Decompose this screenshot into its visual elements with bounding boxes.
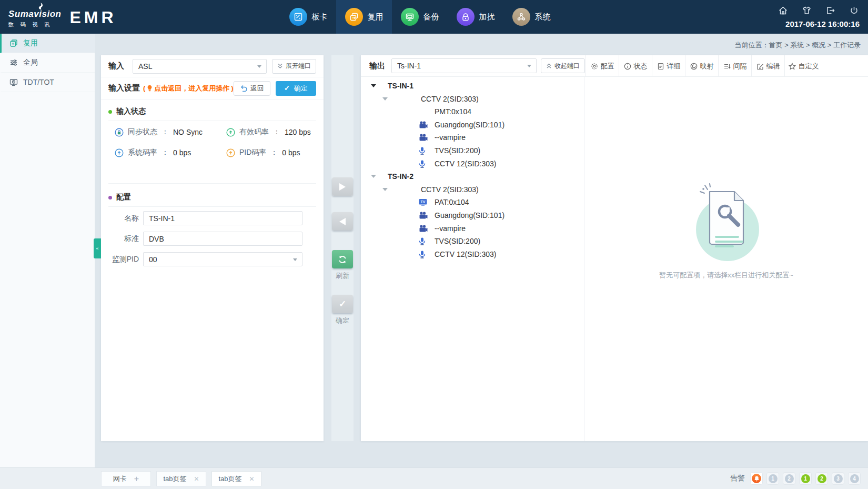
tool-label: 详细	[667, 62, 681, 71]
colon: ：	[273, 127, 280, 137]
footer-tab-generic-active[interactable]: tab页签 ✕	[211, 471, 261, 486]
move-left-button[interactable]	[332, 212, 353, 231]
tool-custom[interactable]: 自定义	[784, 55, 822, 77]
move-right-button[interactable]	[332, 177, 353, 196]
alarm-label: 告警	[730, 474, 745, 483]
nav-tab-system[interactable]: 系统	[503, 0, 559, 34]
tree-node-audio[interactable]: TVS(SID:200)	[361, 235, 584, 248]
sidebar-item-global[interactable]: 全局	[0, 53, 95, 73]
config-section-title: 配置	[116, 193, 131, 202]
tool-status[interactable]: 状态	[619, 55, 652, 77]
tree-node-ts-in-1[interactable]: TS-IN-1	[361, 79, 584, 93]
tool-edit[interactable]: 编辑	[751, 55, 784, 77]
tree-node-ts-in-2[interactable]: TS-IN-2	[361, 170, 584, 183]
sidebar: 复用 全局 TDT/TOT	[0, 34, 95, 467]
status-label: 有效码率	[239, 127, 269, 137]
alarm-level-badge[interactable]: 1	[766, 472, 779, 485]
alarm-level-badge[interactable]: 2	[815, 472, 828, 485]
close-icon[interactable]: ✕	[249, 475, 255, 483]
logout-icon[interactable]	[825, 5, 836, 16]
tree-label: TS-IN-1	[388, 82, 413, 90]
apply-button[interactable]: ✓	[332, 295, 353, 313]
alarm-level-badge[interactable]: 1	[799, 472, 812, 485]
alarm-level-badge[interactable]: 3	[832, 472, 844, 485]
video-camera-icon	[419, 212, 428, 221]
tree-node-audio[interactable]: TVS(SID:200)	[361, 144, 584, 157]
nav-tab-mux[interactable]: 复用	[336, 0, 392, 34]
standard-field-label: 标准	[101, 234, 139, 244]
add-icon[interactable]: +	[134, 475, 139, 483]
gear-icon	[591, 63, 598, 70]
close-icon[interactable]: ✕	[194, 475, 199, 483]
tool-detail[interactable]: 详细	[652, 55, 685, 77]
tree-node-program[interactable]: CCTV 2(SID:303)	[361, 93, 584, 106]
tree-node-pmt[interactable]: PMT:0x104	[361, 105, 584, 118]
tool-mapping[interactable]: 映射	[685, 55, 718, 77]
edit-icon	[756, 63, 764, 70]
alarm-level-badge[interactable]: 2	[783, 472, 795, 485]
refresh-label: 刷新	[331, 271, 354, 281]
expand-ports-button[interactable]: 展开端口	[272, 59, 316, 74]
footer-tab-generic[interactable]: tab页签 ✕	[156, 471, 206, 486]
expander-icon[interactable]	[371, 84, 376, 87]
tree-label: Guangdong(SID:101)	[435, 211, 504, 219]
input-title: 输入	[108, 61, 133, 71]
alarm-area: 告警 1 2 1 2 3 4	[730, 472, 861, 485]
badge-number: 1	[769, 474, 778, 483]
tree-node-audio[interactable]: CCTV 12(SID:303)	[361, 248, 584, 261]
status-grid: 同步状态： NO Sync 有效码率： 120 bps 系统码率： 0 bps	[115, 126, 318, 158]
status-label: PID码率	[239, 148, 266, 157]
system-icon	[512, 8, 530, 26]
nav-tab-backup[interactable]: 备份	[392, 0, 448, 34]
tree-node-video[interactable]: --vampire	[361, 222, 584, 235]
tree-node-program[interactable]: CCTV 2(SID:303)	[361, 183, 584, 196]
effective-rate-icon	[226, 128, 235, 137]
tree-node-audio[interactable]: CCTV 12(SID:303)	[361, 157, 584, 171]
name-input[interactable]: TS-IN-1	[143, 211, 302, 225]
sync-status-icon	[115, 128, 124, 137]
info-icon	[624, 63, 631, 70]
tree-node-video[interactable]: --vampire	[361, 131, 584, 144]
footer-tab-nic[interactable]: 网卡 +	[101, 471, 151, 486]
tree-label: PAT:0x104	[435, 198, 469, 206]
panel-collapse-handle[interactable]: «	[94, 238, 101, 258]
nav-tab-label: 加扰	[479, 12, 495, 22]
input-port-select[interactable]: ASL	[133, 59, 267, 74]
alarm-level-badge[interactable]: 4	[848, 472, 861, 485]
standard-input[interactable]: DVB	[143, 232, 302, 246]
sidebar-item-mux[interactable]: 复用	[0, 34, 95, 53]
input-port-value: ASL	[138, 62, 152, 71]
tool-config[interactable]: 配置	[586, 55, 619, 77]
status-label: 同步状态	[128, 127, 157, 137]
refresh-button[interactable]	[332, 250, 353, 268]
expander-icon[interactable]	[371, 175, 376, 178]
expander-icon[interactable]	[382, 97, 388, 101]
alarm-bell-button[interactable]	[750, 472, 763, 485]
output-header: 输出 Ts-IN-1 收起端口 配置 状态	[361, 55, 868, 77]
tree-node-video[interactable]: Guangdong(SID:101)	[361, 118, 584, 132]
tree-node-video[interactable]: Guangdong(SID:101)	[361, 209, 584, 222]
monitor-pid-select[interactable]: 00	[143, 252, 302, 266]
home-icon[interactable]	[778, 5, 789, 16]
back-button[interactable]: 返回	[234, 81, 270, 96]
nav-tab-board[interactable]: 板卡	[280, 0, 336, 34]
back-label: 返回	[250, 84, 264, 93]
status-section-title: 输入状态	[116, 107, 146, 116]
tool-interval[interactable]: 间隔	[718, 55, 751, 77]
tree-label: Guangdong(SID:101)	[435, 121, 504, 129]
monitor-pid-value: 00	[149, 255, 157, 264]
sidebar-item-tdt-tot[interactable]: TDT/TOT	[0, 73, 95, 92]
power-icon[interactable]	[849, 5, 860, 16]
footer-tab-label: 网卡	[113, 474, 127, 484]
output-port-select[interactable]: Ts-IN-1	[391, 58, 537, 73]
brand-name: Sumavision	[8, 9, 61, 19]
confirm-button[interactable]: ✓ 确定	[276, 81, 316, 96]
tree-node-pat[interactable]: TV PAT:0x104	[361, 196, 584, 209]
expander-icon[interactable]	[382, 188, 388, 191]
sidebar-item-label: 全局	[23, 58, 38, 67]
theme-shirt-icon[interactable]	[801, 5, 812, 16]
footer-tab-label: tab页签	[218, 474, 241, 484]
collapse-ports-button[interactable]: 收起端口	[541, 58, 585, 73]
arrow-right-icon	[339, 183, 346, 191]
nav-tab-scramble[interactable]: 加扰	[448, 0, 503, 34]
